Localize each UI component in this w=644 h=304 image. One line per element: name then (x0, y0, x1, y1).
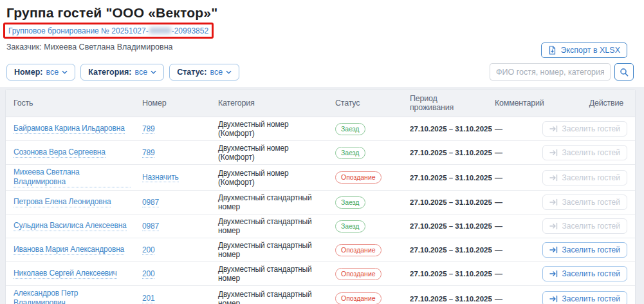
check-in-button: Заселить гостей (542, 170, 627, 185)
check-in-button: Заселить гостей (542, 145, 627, 160)
status-badge: Опоздание (335, 292, 382, 304)
guest-link[interactable]: Сульдина Василиса Алексеевна (14, 221, 127, 231)
customer-line: Заказчик: Михеева Светлана Владимировна (6, 43, 173, 52)
check-in-label: Заселить гостей (562, 148, 620, 157)
check-in-button[interactable]: Заселить гостей (542, 242, 627, 258)
check-in-label: Заселить гостей (562, 269, 620, 278)
table-row: Николаев Сергей Алексеевич 200 Двухместн… (6, 262, 635, 286)
export-xlsx-button[interactable]: Экспорт в XLSX (541, 43, 627, 58)
filter-status-label: Статус: (177, 68, 207, 77)
status-badge: Заезд (335, 123, 365, 135)
check-in-button: Заселить гостей (542, 218, 627, 234)
table-header-row: Гость Номер Категория Статус Период прож… (6, 90, 635, 117)
enter-icon (549, 174, 558, 182)
check-in-button: Заселить гостей (542, 121, 627, 137)
period-cell: 27.10.2025 – 31.10.2025 (402, 169, 487, 186)
guest-link[interactable]: Александров Петр Владимирович (14, 289, 131, 304)
search-button[interactable] (614, 63, 634, 81)
chevron-down-icon (62, 70, 68, 74)
filter-room-button[interactable]: Номер: все (6, 64, 75, 81)
room-link[interactable]: 200 (142, 269, 154, 279)
guest-link[interactable]: Петрова Елена Леонидовна (14, 197, 111, 207)
comment-cell: — (487, 144, 535, 162)
period-cell: 27.10.2025 – 31.10.2025 (402, 120, 487, 138)
period-cell: 27.10.2025 – 31.10.2025 (402, 290, 487, 304)
period-cell: 27.10.2025 – 31.10.2025 (402, 265, 487, 283)
guest-link[interactable]: Михеева Светлана Владимировна (14, 167, 131, 187)
room-link[interactable]: Назначить (142, 173, 179, 182)
table-row: Созонова Вера Сергеевна 789 Двухместный … (6, 141, 635, 165)
room-link[interactable]: 0987 (142, 222, 159, 231)
guest-link[interactable]: Созонова Вера Сергеевна (14, 147, 106, 158)
check-in-button[interactable]: Заселить гостей (542, 291, 627, 304)
category-cell: Двухместный стандартный номер (210, 262, 327, 285)
search-input[interactable] (490, 63, 611, 81)
filter-room-value: все (46, 68, 59, 77)
status-badge: Опоздание (335, 244, 382, 256)
comment-cell: — (487, 290, 535, 304)
period-cell: 27.10.2025 – 31.10.2025 (402, 242, 487, 259)
category-cell: Двухместный номер (Комфорт) (210, 141, 327, 164)
check-in-label: Заселить гостей (562, 222, 620, 231)
category-cell: Двухместный стандартный номер (210, 214, 327, 238)
comment-cell: — (487, 218, 535, 235)
guest-link[interactable]: Байрамова Карина Ильдаровна (14, 124, 125, 134)
filter-status-button[interactable]: Статус: все (169, 64, 239, 81)
status-badge: Заезд (335, 196, 365, 209)
table-row: Петрова Елена Леонидовна 0987 Двухместны… (6, 191, 635, 214)
red-annotation-box: Групповое бронирование № 20251027--20993… (3, 23, 214, 39)
period-cell: 27.10.2025 – 31.10.2025 (402, 194, 487, 211)
enter-icon (549, 270, 558, 278)
room-link[interactable]: 789 (142, 124, 154, 134)
enter-icon (549, 246, 558, 254)
guest-link[interactable]: Николаев Сергей Алексеевич (14, 269, 117, 279)
column-header-room: Номер (134, 94, 210, 112)
comment-cell: — (487, 265, 535, 283)
column-header-guest: Гость (6, 94, 134, 112)
room-link[interactable]: 789 (142, 148, 154, 158)
guest-link[interactable]: Иванова Мария Александровна (14, 245, 124, 255)
booking-number-prefix: Групповое бронирование № 20251027- (8, 26, 149, 35)
column-header-action: Действие (535, 94, 635, 112)
category-cell: Двухместный стандартный номер (210, 238, 327, 261)
check-in-label: Заселить гостей (562, 294, 620, 303)
comment-cell: — (487, 169, 535, 186)
comment-cell: — (487, 120, 535, 138)
check-in-label: Заселить гостей (562, 245, 620, 254)
table-row: Михеева Светлана Владимировна Назначить … (6, 165, 635, 191)
export-xlsx-label: Экспорт в XLSX (560, 46, 620, 55)
filter-room-label: Номер: (14, 68, 43, 77)
room-link[interactable]: 201 (142, 294, 154, 303)
room-link[interactable]: 0987 (142, 198, 159, 207)
page-title: Группа гостей "ООО «Вектор»" (6, 5, 638, 21)
category-cell: Двухместный номер (Комфорт) (210, 166, 327, 189)
enter-icon (549, 125, 558, 133)
period-cell: 27.10.2025 – 31.10.2025 (402, 218, 487, 235)
table-body: Байрамова Карина Ильдаровна 789 Двухмест… (6, 117, 635, 304)
category-cell: Двухместный стандартный номер (210, 287, 327, 304)
chevron-down-icon (151, 70, 156, 74)
group-booking-link[interactable]: Групповое бронирование № 20251027--20993… (8, 26, 208, 35)
table-row: Иванова Мария Александровна 200 Двухмест… (6, 238, 635, 262)
category-cell: Двухместный стандартный номер (210, 191, 327, 214)
column-header-status: Статус (327, 94, 402, 112)
room-link[interactable]: 200 (142, 245, 154, 255)
enter-icon (549, 198, 558, 206)
check-in-button[interactable]: Заселить гостей (542, 266, 627, 281)
toolbar: Номер: все Категория: все Статус: все (0, 58, 644, 87)
filter-category-button[interactable]: Категория: все (80, 64, 164, 81)
check-in-label: Заселить гостей (562, 124, 620, 133)
status-badge: Заезд (335, 220, 365, 233)
filter-category-value: все (134, 68, 147, 77)
check-in-button: Заселить гостей (542, 195, 627, 210)
filter-category-label: Категория: (88, 68, 131, 77)
filter-status-value: все (210, 68, 223, 77)
table-row: Сульдина Василиса Алексеевна 0987 Двухме… (6, 214, 635, 238)
page-header: Группа гостей "ООО «Вектор»" Групповое б… (0, 4, 644, 58)
chevron-down-icon (226, 70, 232, 74)
booking-number-suffix: -20993852 (172, 26, 208, 35)
file-download-icon (548, 46, 557, 55)
search-icon (620, 68, 629, 77)
table-row: Александров Петр Владимирович 201 Двухме… (6, 286, 635, 304)
guests-table: Гость Номер Категория Статус Период прож… (5, 89, 636, 304)
